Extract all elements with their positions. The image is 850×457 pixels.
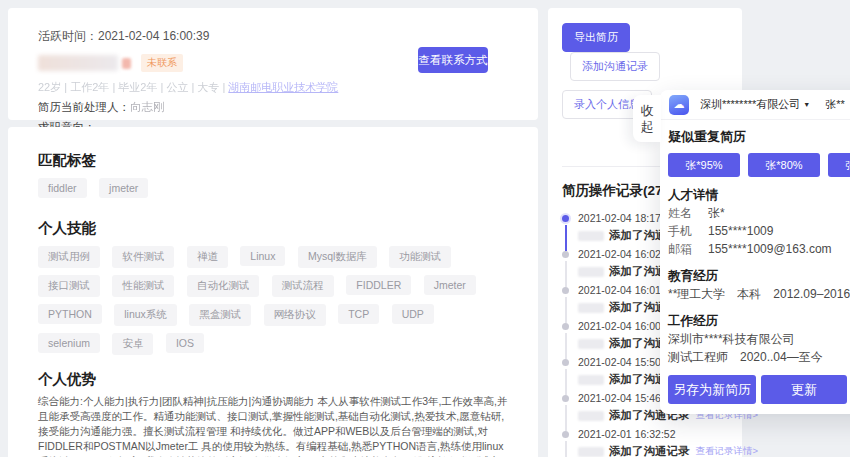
skill-tag: Mysql数据库	[298, 246, 377, 268]
timeline-dot	[562, 323, 569, 330]
skill-tag: 禅道	[187, 246, 228, 268]
skill-tag: FIDDLER	[346, 275, 411, 295]
handler-line: 简历当前处理人：向志刚	[38, 100, 508, 115]
match-tag: jmeter	[99, 178, 148, 198]
candidate-matches: 张*95% 张*80% 张*70%	[668, 153, 850, 177]
match-tags: fiddler jmeter	[38, 178, 508, 205]
operator-name-redacted	[578, 303, 604, 313]
timeline-dot	[562, 251, 569, 258]
overlay-collapse-tab[interactable]: 收起	[633, 95, 661, 142]
operator-name-redacted	[578, 447, 604, 457]
skill-tag: 功能测试	[389, 246, 451, 268]
edu-line: **理工大学 本科 2012.09–2016.06	[668, 285, 850, 303]
candidate-name-redacted	[38, 55, 118, 71]
match-tag: fiddler	[38, 178, 87, 198]
detail-title: 人才详情	[668, 187, 850, 204]
skill-tag: 接口测试	[38, 275, 100, 297]
record-detail-link[interactable]: 查看记录详情>	[696, 445, 759, 457]
skills-title: 个人技能	[38, 219, 508, 238]
export-resume-button[interactable]: 导出简历	[562, 23, 630, 52]
timeline-dot	[562, 215, 569, 222]
field-email: 邮箱155****1009@163.com	[668, 240, 850, 258]
field-phone: 手机155****1009	[668, 222, 850, 240]
gender-icon	[122, 58, 131, 69]
edu-title: 教育经历	[668, 268, 850, 285]
company-dropdown[interactable]: 深圳********有限公司	[700, 97, 800, 112]
skill-tag: IOS	[166, 333, 204, 353]
overlay-header: ☁ 深圳********有限公司 ▼ 张**	[660, 90, 850, 120]
handler-name: 向志刚	[130, 101, 165, 113]
operator-name-redacted	[578, 267, 604, 277]
chevron-down-icon: ▼	[803, 101, 810, 108]
skill-tag: 安卓	[112, 333, 153, 355]
skill-tag: linux系统	[114, 304, 177, 326]
status-badge: 未联系	[141, 54, 183, 72]
operator-name-redacted	[578, 411, 604, 421]
profile-summary-card: 活跃时间：2021-02-04 16:00:39 未联系 22岁 | 工作2年 …	[8, 8, 538, 120]
match-tags-title: 匹配标签	[38, 151, 508, 170]
save-as-new-button[interactable]: 另存为新简历	[668, 375, 756, 404]
skill-tag: selenium	[38, 333, 100, 353]
candidate-meta: 22岁 | 工作2年 | 毕业2年 | 公立 | 大专 | 湖南邮电职业技术学院	[38, 80, 508, 95]
collapse-tab-label: 收起	[640, 103, 654, 135]
candidate-match-button[interactable]: 张*70%	[828, 153, 850, 177]
duplicate-resume-overlay: ☁ 深圳********有限公司 ▼ 张** 疑似重复简历 张*95% 张*80…	[660, 90, 850, 414]
record-action: 添加了沟通记录	[609, 444, 690, 457]
overlay-work-company: 深圳市****科技有限公司	[668, 330, 850, 348]
resume-detail-card: 匹配标签 fiddler jmeter 个人技能 测试用例 软件测试 禅道 Li…	[8, 127, 538, 457]
record-entry: 2021-02-01 16:32:52 添加了沟通记录查看记录详情>	[562, 428, 728, 457]
skill-tag: PYTHON	[38, 304, 102, 324]
view-contact-button[interactable]: 查看联系方式	[418, 47, 488, 73]
skill-tag: UDP	[392, 304, 434, 324]
timeline-dot	[562, 287, 569, 294]
add-record-button[interactable]: 添加沟通记录	[570, 52, 660, 81]
timeline-dot	[562, 431, 569, 438]
field-name: 姓名张*	[668, 204, 850, 222]
app-logo-icon: ☁	[669, 95, 689, 115]
operator-name-redacted	[578, 375, 604, 385]
skill-tag: Linux	[240, 246, 285, 266]
candidate-match-button[interactable]: 张*80%	[748, 153, 820, 177]
advantage-text: 综合能力:个人能力|执行力|团队精神|抗压能力|沟通协调能力 本人从事软件测试工…	[38, 394, 508, 457]
record-timestamp: 2021-02-01 16:32:52	[578, 428, 728, 440]
advantage-title: 个人优势	[38, 370, 508, 389]
skill-tag: 测试用例	[38, 246, 100, 268]
update-button[interactable]: 更新	[761, 375, 847, 404]
overlay-work-role: 测试工程师 2020..04—至今	[668, 348, 850, 366]
skill-tag: Jmeter	[424, 275, 476, 295]
skill-tag: 性能测试	[112, 275, 174, 297]
skill-tag: 测试流程	[272, 275, 334, 297]
operator-name-redacted	[578, 339, 604, 349]
skill-tag: TCP	[338, 304, 379, 324]
overlay-work-title: 工作经历	[668, 313, 850, 330]
timeline-dot	[562, 359, 569, 366]
candidate-match-button[interactable]: 张*95%	[668, 153, 740, 177]
duplicate-title: 疑似重复简历	[668, 128, 850, 146]
active-time: 活跃时间：2021-02-04 16:00:39	[38, 28, 508, 45]
current-user: 张**	[825, 97, 845, 112]
operator-name-redacted	[578, 231, 604, 241]
skill-tag: 软件测试	[112, 246, 174, 268]
skill-tags: 测试用例 软件测试 禅道 Linux Mysql数据库 功能测试 接口测试 性能…	[38, 246, 508, 362]
timeline-dot	[562, 395, 569, 402]
timeline-line	[565, 441, 567, 457]
skill-tag: 黑盒测试	[189, 304, 251, 326]
skill-tag: 自动化测试	[187, 275, 260, 297]
school-link[interactable]: 湖南邮电职业技术学院	[228, 81, 338, 93]
skill-tag: 网络协议	[264, 304, 326, 326]
